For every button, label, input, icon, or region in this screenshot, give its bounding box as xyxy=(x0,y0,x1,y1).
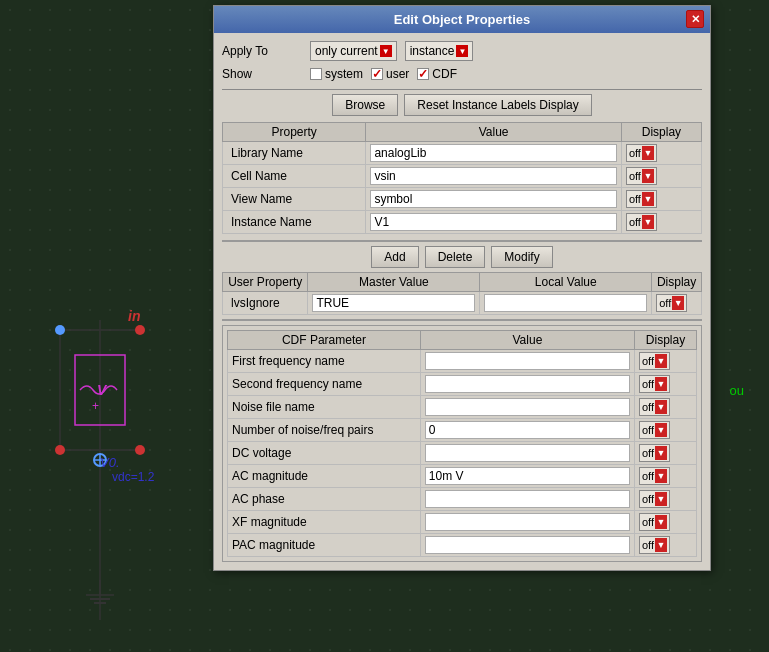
svg-point-9 xyxy=(135,325,145,335)
browse-button[interactable]: Browse xyxy=(332,94,398,116)
system-checkbox[interactable] xyxy=(310,68,322,80)
cdf-value-input-8[interactable] xyxy=(425,536,630,554)
display-dropdown-wrapper-0: off ▼ xyxy=(626,144,697,162)
user-display-dropdown-0[interactable]: off ▼ xyxy=(656,294,687,312)
cdf-value-input-5[interactable] xyxy=(425,467,630,485)
apply-to-current-dropdown[interactable]: only current ▼ xyxy=(310,41,397,61)
display-dropdown-1[interactable]: off ▼ xyxy=(626,167,657,185)
cdf-display-cell-7: off ▼ xyxy=(634,511,696,534)
cdf-value-cell-6[interactable] xyxy=(420,488,634,511)
reset-button[interactable]: Reset Instance Labels Display xyxy=(404,94,591,116)
browse-reset-row: Browse Reset Instance Labels Display xyxy=(222,94,702,116)
prop-value-cell-2[interactable] xyxy=(366,188,622,211)
cdf-value-cell-1[interactable] xyxy=(420,373,634,396)
prop-col-property: Property xyxy=(223,123,366,142)
user-col-property: User Property xyxy=(223,273,308,292)
cdf-display-cell-5: off ▼ xyxy=(634,465,696,488)
circuit-out-label: ou xyxy=(730,383,744,398)
cdf-display-dropdown-3[interactable]: off ▼ xyxy=(639,421,670,439)
prop-display-cell-2: off ▼ xyxy=(621,188,701,211)
cdf-param-name-4: DC voltage xyxy=(228,442,421,465)
add-button[interactable]: Add xyxy=(371,246,418,268)
cdf-value-cell-4[interactable] xyxy=(420,442,634,465)
table-row: XF magnitude off ▼ xyxy=(228,511,697,534)
cdf-value-cell-3[interactable] xyxy=(420,419,634,442)
dialog-titlebar: Edit Object Properties ✕ xyxy=(214,6,710,33)
user-local-cell-0[interactable] xyxy=(480,292,652,315)
svg-text:V: V xyxy=(97,382,108,398)
prop-value-input-1[interactable] xyxy=(370,167,617,185)
cdf-value-input-1[interactable] xyxy=(425,375,630,393)
cdf-display-dropdown-5[interactable]: off ▼ xyxy=(639,467,670,485)
display-dropdown-wrapper-2: off ▼ xyxy=(626,190,697,208)
cdf-display-dropdown-2[interactable]: off ▼ xyxy=(639,398,670,416)
table-row: Library Name off ▼ xyxy=(223,142,702,165)
svg-text:+: + xyxy=(92,399,99,413)
cdf-display-dropdown-6[interactable]: off ▼ xyxy=(639,490,670,508)
cdf-checkbox[interactable] xyxy=(417,68,429,80)
cdf-value-cell-2[interactable] xyxy=(420,396,634,419)
prop-value-cell-1[interactable] xyxy=(366,165,622,188)
table-row: Number of noise/freq pairs off ▼ xyxy=(228,419,697,442)
prop-display-cell-1: off ▼ xyxy=(621,165,701,188)
display-arrow-1: ▼ xyxy=(642,169,654,183)
circuit-svg: V + xyxy=(0,0,213,652)
display-dropdown-0[interactable]: off ▼ xyxy=(626,144,657,162)
cdf-display-cell-3: off ▼ xyxy=(634,419,696,442)
cdf-value-input-4[interactable] xyxy=(425,444,630,462)
display-dropdown-wrapper-3: off ▼ xyxy=(626,213,697,231)
prop-col-display: Display xyxy=(621,123,701,142)
cdf-value-cell-8[interactable] xyxy=(420,534,634,557)
cdf-display-dropdown-4[interactable]: off ▼ xyxy=(639,444,670,462)
display-dropdown-2[interactable]: off ▼ xyxy=(626,190,657,208)
system-checkbox-item: system xyxy=(310,67,363,81)
table-row: DC voltage off ▼ xyxy=(228,442,697,465)
apply-to-instance-arrow: ▼ xyxy=(456,45,468,57)
apply-to-instance-dropdown[interactable]: instance ▼ xyxy=(405,41,474,61)
cdf-param-name-5: AC magnitude xyxy=(228,465,421,488)
cdf-display-cell-1: off ▼ xyxy=(634,373,696,396)
cdf-param-name-2: Noise file name xyxy=(228,396,421,419)
modify-button[interactable]: Modify xyxy=(491,246,552,268)
user-local-input-0[interactable] xyxy=(484,294,647,312)
cdf-value-input-6[interactable] xyxy=(425,490,630,508)
display-dropdown-3[interactable]: off ▼ xyxy=(626,213,657,231)
action-btn-row: Add Delete Modify xyxy=(222,246,702,268)
cdf-display-dropdown-1[interactable]: off ▼ xyxy=(639,375,670,393)
prop-value-input-0[interactable] xyxy=(370,144,617,162)
apply-to-current-value: only current xyxy=(315,44,378,58)
user-checkbox[interactable] xyxy=(371,68,383,80)
prop-name-1: Cell Name xyxy=(223,165,366,188)
cdf-param-name-7: XF magnitude xyxy=(228,511,421,534)
cdf-value-input-3[interactable] xyxy=(425,421,630,439)
cdf-display-cell-6: off ▼ xyxy=(634,488,696,511)
user-master-input-0[interactable] xyxy=(312,294,475,312)
user-master-cell-0[interactable] xyxy=(308,292,480,315)
dialog-close-button[interactable]: ✕ xyxy=(686,10,704,28)
cdf-value-cell-7[interactable] xyxy=(420,511,634,534)
cdf-display-dropdown-8[interactable]: off ▼ xyxy=(639,536,670,554)
circuit-vdc-label: vdc=1.2 xyxy=(112,470,154,484)
prop-value-cell-0[interactable] xyxy=(366,142,622,165)
svg-point-7 xyxy=(55,325,65,335)
section-divider-2 xyxy=(222,319,702,321)
cdf-value-input-2[interactable] xyxy=(425,398,630,416)
dialog-content: Apply To only current ▼ instance ▼ Show … xyxy=(214,33,710,570)
user-prop-name-0: lvsIgnore xyxy=(223,292,308,315)
prop-value-input-3[interactable] xyxy=(370,213,617,231)
display-arrow-2: ▼ xyxy=(642,192,654,206)
cdf-display-dropdown-7[interactable]: off ▼ xyxy=(639,513,670,531)
cdf-value-input-7[interactable] xyxy=(425,513,630,531)
user-checkbox-item: user xyxy=(371,67,409,81)
prop-value-input-2[interactable] xyxy=(370,190,617,208)
prop-value-cell-3[interactable] xyxy=(366,211,622,234)
cdf-display-dropdown-0[interactable]: off ▼ xyxy=(639,352,670,370)
user-col-master: Master Value xyxy=(308,273,480,292)
apply-to-current-arrow: ▼ xyxy=(380,45,392,57)
cdf-value-input-0[interactable] xyxy=(425,352,630,370)
cdf-value-cell-0[interactable] xyxy=(420,350,634,373)
table-row: First frequency name off ▼ xyxy=(228,350,697,373)
delete-button[interactable]: Delete xyxy=(425,246,486,268)
cdf-display-cell-2: off ▼ xyxy=(634,396,696,419)
cdf-value-cell-5[interactable] xyxy=(420,465,634,488)
